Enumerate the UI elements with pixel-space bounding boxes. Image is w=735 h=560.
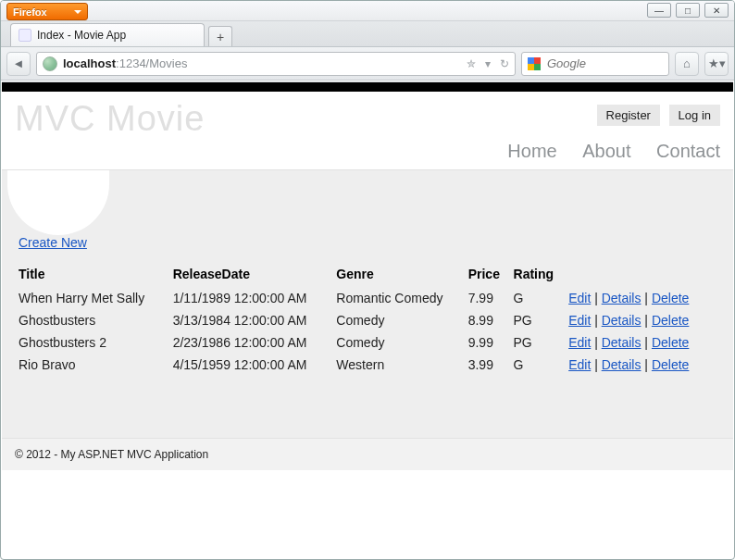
delete-link[interactable]: Delete [652,291,689,305]
cell-rating: G [514,287,569,309]
col-rating: Rating [514,263,569,287]
firefox-menu-button[interactable]: Firefox [6,3,88,20]
browser-toolbar: ◄ localhost:1234/Movies ✮ ▾ ↻ ⌂ ★▾ [1,47,734,81]
new-tab-button[interactable]: + [208,26,232,46]
cell-price: 8.99 [468,309,514,331]
search-box[interactable] [521,52,669,76]
back-button[interactable]: ◄ [6,52,31,76]
delete-link[interactable]: Delete [652,313,689,328]
login-link[interactable]: Log in [669,105,720,126]
nav-about[interactable]: About [582,141,630,161]
table-row: Ghostbusters 22/23/1986 12:00:00 AMComed… [19,331,716,354]
cell-actions: Edit | Details | Delete [568,331,716,354]
cell-actions: Edit | Details | Delete [568,287,716,309]
maximize-icon: □ [685,6,691,16]
tab-strip: Index - Movie App + [1,21,734,47]
nav-contact[interactable]: Contact [656,141,720,161]
cell-rating: PG [514,309,569,331]
delete-link[interactable]: Delete [652,335,689,350]
window-titlebar: Firefox — □ ✕ [1,1,734,21]
col-genre: Genre [336,263,467,287]
footer-text: © 2012 - My ASP.NET MVC Application [15,448,208,461]
register-link[interactable]: Register [597,105,660,126]
cell-actions: Edit | Details | Delete [568,309,716,331]
delete-link[interactable]: Delete [652,357,689,372]
edit-link[interactable]: Edit [568,335,591,350]
cell-genre: Western [336,354,467,376]
browser-tab[interactable]: Index - Movie App [10,23,205,46]
site-title: MVC Movie [15,99,205,139]
cell-genre: Comedy [336,331,467,354]
url-path: :1234/Movies [116,56,187,70]
table-row: Ghostbusters3/13/1984 12:00:00 AMComedy8… [19,309,716,331]
address-bar[interactable]: localhost:1234/Movies ✮ ▾ ↻ [36,52,516,76]
cell-actions: Edit | Details | Delete [568,354,716,376]
cell-genre: Romantic Comedy [336,287,467,309]
create-new-link[interactable]: Create New [19,235,87,250]
edit-link[interactable]: Edit [568,357,591,372]
page-viewport: MVC Movie Register Log in Home About Con… [2,81,733,558]
minimize-icon: — [654,6,664,16]
bookmark-dropdown-icon[interactable]: ▾ [485,57,491,70]
page-heading: Index [19,194,716,224]
col-price: Price [468,263,514,287]
header-ribbon [2,82,733,92]
home-icon: ⌂ [683,56,691,70]
back-arrow-icon: ◄ [13,56,25,70]
tab-title: Index - Movie App [37,29,126,42]
table-row: Rio Bravo4/15/1959 12:00:00 AMWestern3.9… [19,354,716,376]
details-link[interactable]: Details [602,291,642,305]
edit-link[interactable]: Edit [568,291,591,305]
edit-link[interactable]: Edit [568,313,591,328]
cell-release: 3/13/1984 12:00:00 AM [173,309,337,331]
url-text: localhost:1234/Movies [63,56,187,70]
feed-icon[interactable]: ✮ [467,57,476,70]
auth-box: Register Log in [592,105,720,126]
table-header-row: Title ReleaseDate Genre Price Rating [19,263,716,287]
reload-button[interactable]: ↻ [500,57,509,70]
cell-release: 4/15/1959 12:00:00 AM [173,354,337,376]
cell-price: 3.99 [468,354,514,376]
content-area: Index Create New Title ReleaseDate Genre… [2,169,733,438]
firefox-menu-label: Firefox [13,6,47,18]
plus-icon: + [217,30,224,44]
nav-home[interactable]: Home [507,141,556,161]
cell-price: 7.99 [468,287,514,309]
details-link[interactable]: Details [602,313,642,328]
cell-title: Ghostbusters [19,309,173,331]
col-actions [568,263,716,287]
close-icon: ✕ [713,6,720,16]
cell-genre: Comedy [336,309,467,331]
home-button[interactable]: ⌂ [675,52,699,76]
cell-title: When Harry Met Sally [19,287,173,309]
col-release: ReleaseDate [173,263,337,287]
url-host: localhost [63,56,116,70]
dropdown-caret-icon [74,10,81,14]
details-link[interactable]: Details [602,357,642,372]
cell-title: Rio Bravo [19,354,173,376]
favicon-icon [19,29,31,42]
google-icon [528,57,541,70]
cell-release: 2/23/1986 12:00:00 AM [173,331,337,354]
cell-rating: G [514,354,569,376]
cell-title: Ghostbusters 2 [19,331,173,354]
cell-rating: PG [514,331,569,354]
primary-nav: Home About Contact [2,139,733,169]
details-link[interactable]: Details [602,335,642,350]
window-minimize-button[interactable]: — [647,3,671,18]
search-input[interactable] [545,56,638,71]
movies-table: Title ReleaseDate Genre Price Rating Whe… [19,263,716,376]
window-maximize-button[interactable]: □ [676,3,700,18]
cell-release: 1/11/1989 12:00:00 AM [173,287,337,309]
window-close-button[interactable]: ✕ [704,3,729,18]
page-footer: © 2012 - My ASP.NET MVC Application [2,438,733,470]
cell-price: 9.99 [468,331,514,354]
table-row: When Harry Met Sally1/11/1989 12:00:00 A… [19,287,716,309]
bookmarks-menu-button[interactable]: ★▾ [704,52,729,76]
site-identity-icon [43,56,57,71]
col-title: Title [19,263,173,287]
bookmarks-icon: ★▾ [708,56,726,70]
